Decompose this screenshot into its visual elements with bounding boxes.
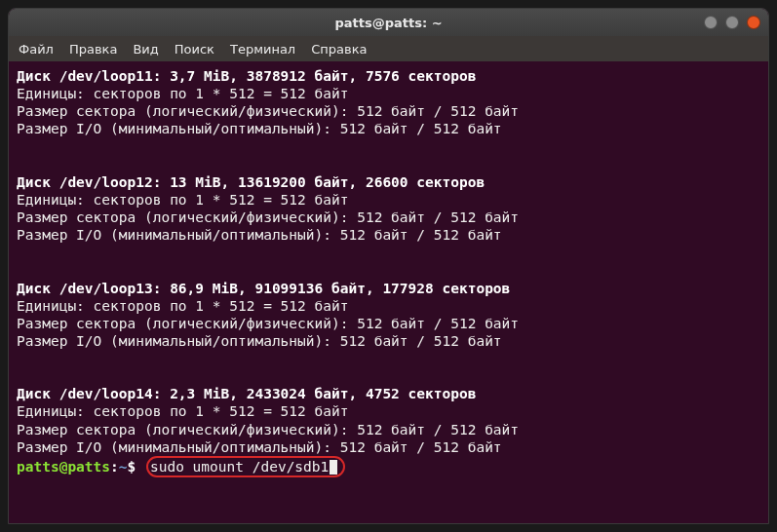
titlebar: patts@patts: ~ (9, 9, 768, 36)
disk-line: Размер I/O (минимальный/оптимальный): 51… (17, 333, 502, 349)
prompt-dollar: $ (128, 459, 136, 475)
disk-line: Размер сектора (логический/физический): … (17, 209, 519, 225)
disk-line: Размер сектора (логический/физический): … (17, 103, 519, 119)
disk-header: Диск /dev/loop11: 3,7 MiB, 3878912 байт,… (17, 68, 476, 84)
disk-line: Размер сектора (логический/физический): … (17, 422, 519, 437)
disk-line: Размер I/O (минимальный/оптимальный): 51… (17, 227, 502, 243)
window-controls (704, 16, 760, 29)
menu-file[interactable]: Файл (19, 42, 54, 57)
menubar: Файл Правка Вид Поиск Терминал Справка (9, 36, 768, 61)
disk-header: Диск /dev/loop12: 13 MiB, 13619200 байт,… (17, 174, 485, 190)
terminal-output[interactable]: Диск /dev/loop11: 3,7 MiB, 3878912 байт,… (9, 61, 768, 523)
terminal-window: patts@patts: ~ Файл Правка Вид Поиск Тер… (8, 8, 769, 524)
maximize-button[interactable] (725, 16, 739, 29)
disk-line: Размер сектора (логический/физический): … (17, 316, 519, 331)
disk-line: Единицы: секторов по 1 * 512 = 512 байт (17, 86, 348, 101)
close-button[interactable] (747, 16, 760, 29)
disk-line: Единицы: секторов по 1 * 512 = 512 байт (17, 192, 348, 208)
disk-header: Диск /dev/loop14: 2,3 MiB, 2433024 байт,… (17, 386, 476, 401)
prompt-colon: : (110, 459, 119, 475)
disk-line: Единицы: секторов по 1 * 512 = 512 байт (17, 403, 348, 419)
menu-search[interactable]: Поиск (175, 42, 214, 57)
disk-header: Диск /dev/loop13: 86,9 MiB, 91099136 бай… (17, 281, 510, 296)
minimize-button[interactable] (704, 16, 718, 29)
menu-help[interactable]: Справка (311, 42, 367, 57)
disk-line: Размер I/O (минимальный/оптимальный): 51… (17, 121, 502, 136)
prompt-user-host: patts@patts (17, 459, 110, 475)
disk-line: Размер I/O (минимальный/оптимальный): 51… (17, 439, 502, 455)
command-input[interactable]: sudo umount /dev/sdb1 (150, 459, 329, 475)
menu-terminal[interactable]: Терминал (230, 42, 295, 57)
command-highlight: sudo umount /dev/sdb1 (146, 456, 345, 477)
disk-line: Единицы: секторов по 1 * 512 = 512 байт (17, 298, 348, 314)
prompt-path: ~ (119, 459, 128, 475)
menu-edit[interactable]: Правка (69, 42, 117, 57)
window-title: patts@patts: ~ (334, 16, 442, 30)
cursor-icon (330, 460, 337, 475)
menu-view[interactable]: Вид (133, 42, 158, 57)
